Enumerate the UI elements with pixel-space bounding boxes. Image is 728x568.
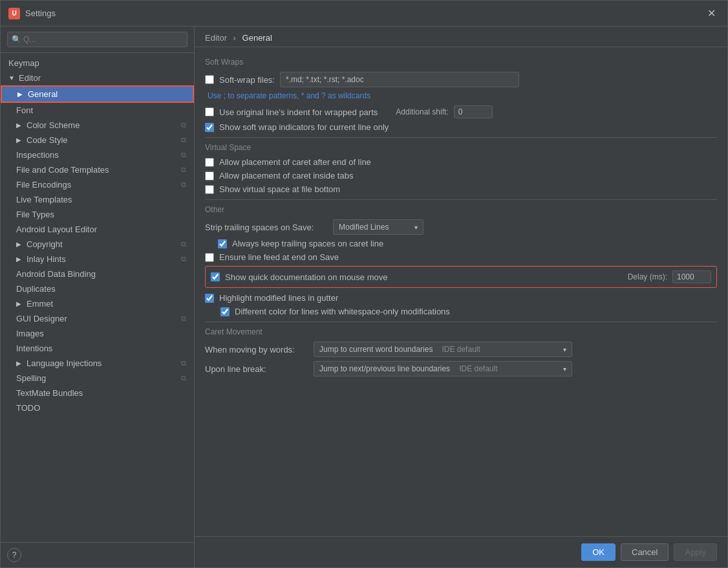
show-virtual-space-checkbox[interactable]: [205, 185, 214, 194]
sidebar-item-file-types[interactable]: File Types: [1, 207, 194, 222]
sidebar-item-spelling[interactable]: Spelling ⧉: [1, 371, 194, 386]
sidebar-item-label: Copyright: [27, 239, 63, 249]
sidebar-item-label: File Encodings: [16, 180, 71, 190]
copy-icon: ⧉: [181, 166, 186, 174]
app-icon: U: [8, 8, 20, 19]
breadcrumb-parent: Editor: [205, 33, 227, 43]
expand-icon: ▶: [16, 300, 24, 307]
sidebar-item-copyright[interactable]: ▶ Copyright ⧉: [1, 237, 194, 252]
soft-wrap-files-label: Soft-wrap files:: [219, 75, 275, 85]
panel-content: Soft Wraps Soft-wrap files: Use ; to sep…: [195, 47, 727, 536]
sidebar-item-label: Font: [16, 105, 33, 115]
soft-wrap-files-row: Soft-wrap files:: [205, 72, 717, 87]
show-soft-wrap-checkbox[interactable]: [205, 123, 214, 132]
sidebar-item-label: File Types: [16, 210, 54, 219]
sidebar-list: Keymap ▼ Editor ▶ General Font ▶ Color S…: [1, 53, 194, 542]
sidebar-item-label: GUI Designer: [16, 314, 67, 323]
highlight-modified-checkbox[interactable]: [205, 294, 214, 303]
divider-2: [205, 199, 717, 200]
show-virtual-space-row: Show virtual space at file bottom: [205, 184, 717, 194]
sidebar-item-duplicates[interactable]: Duplicates: [1, 281, 194, 296]
main-content: 🔍 Keymap ▼ Editor ▶ General Font: [1, 27, 727, 567]
use-original-indent-row: Use original line's indent for wrapped p…: [205, 105, 717, 118]
sidebar-item-code-style[interactable]: ▶ Code Style ⧉: [1, 133, 194, 147]
divider-3: [205, 322, 717, 322]
soft-wrap-files-checkbox[interactable]: [205, 75, 214, 84]
allow-caret-inside-checkbox[interactable]: [205, 171, 214, 180]
ok-button[interactable]: OK: [581, 543, 616, 561]
sidebar-item-label: Live Templates: [16, 195, 72, 204]
upon-line-break-dropdown[interactable]: Jump to next/previous line boundaries ID…: [314, 361, 572, 377]
sidebar-item-gui-designer[interactable]: GUI Designer ⧉: [1, 311, 194, 326]
sidebar-item-label: Duplicates: [16, 284, 56, 294]
allow-caret-after-row: Allow placement of caret after end of li…: [205, 157, 717, 167]
sidebar-item-general[interactable]: ▶ General: [1, 85, 194, 103]
sidebar-item-keymap[interactable]: Keymap: [1, 56, 194, 71]
allow-caret-after-checkbox[interactable]: [205, 158, 214, 167]
soft-wraps-section: Soft Wraps: [205, 58, 717, 67]
soft-wrap-files-input[interactable]: [280, 72, 519, 87]
copy-icon: ⧉: [181, 255, 186, 263]
breadcrumb-separator: ›: [233, 33, 236, 43]
sidebar-item-file-and-code-templates[interactable]: File and Code Templates ⧉: [1, 162, 194, 177]
show-virtual-space-label: Show virtual space at file bottom: [219, 184, 340, 194]
upon-line-break-ide-default: IDE default: [459, 364, 497, 373]
sidebar-item-images[interactable]: Images: [1, 326, 194, 341]
show-soft-wrap-row: Show soft wrap indicators for current li…: [205, 122, 717, 132]
sidebar-item-inspections[interactable]: Inspections ⧉: [1, 147, 194, 162]
sidebar-item-live-templates[interactable]: Live Templates: [1, 192, 194, 207]
expand-icon: ▶: [16, 122, 24, 129]
show-quick-doc-checkbox[interactable]: [211, 272, 220, 281]
delay-input[interactable]: [672, 270, 711, 283]
chevron-down-icon: ▾: [414, 224, 418, 231]
sidebar-item-label: TODO: [16, 403, 40, 413]
sidebar-item-android-layout-editor[interactable]: Android Layout Editor: [1, 222, 194, 237]
copy-icon: ⧉: [181, 180, 186, 189]
sidebar-item-language-injections[interactable]: ▶ Language Injections ⧉: [1, 356, 194, 371]
sidebar-item-intentions[interactable]: Intentions: [1, 341, 194, 356]
expand-icon: ▶: [16, 256, 24, 263]
strip-trailing-value: Modified Lines: [339, 223, 389, 232]
sidebar-item-color-scheme[interactable]: ▶ Color Scheme ⧉: [1, 118, 194, 133]
sidebar-item-file-encodings[interactable]: File Encodings ⧉: [1, 177, 194, 192]
apply-button[interactable]: Apply: [674, 543, 717, 561]
strip-trailing-dropdown[interactable]: Modified Lines ▾: [333, 219, 423, 235]
ensure-line-feed-checkbox[interactable]: [205, 253, 214, 262]
when-moving-by-words-label: When moving by words:: [205, 345, 308, 355]
sidebar-item-editor[interactable]: ▼ Editor: [1, 71, 194, 85]
strip-trailing-row: Strip trailing spaces on Save: Modified …: [205, 219, 717, 235]
sidebar-item-todo[interactable]: TODO: [1, 400, 194, 415]
sidebar-item-android-data-binding[interactable]: Android Data Binding: [1, 267, 194, 281]
sidebar-item-label: Language Injections: [27, 358, 102, 368]
additional-shift-label: Additional shift:: [396, 107, 448, 116]
search-input[interactable]: [7, 32, 187, 47]
expand-icon: ▼: [8, 74, 16, 82]
help-button[interactable]: ?: [7, 548, 21, 562]
sidebar-item-label: Inspections: [16, 150, 59, 160]
other-section: Other: [205, 205, 717, 214]
sidebar-item-inlay-hints[interactable]: ▶ Inlay Hints ⧉: [1, 252, 194, 267]
sidebar-item-label: Images: [16, 329, 44, 338]
divider-1: [205, 137, 717, 138]
copy-icon: ⧉: [181, 240, 186, 248]
cancel-button[interactable]: Cancel: [621, 543, 669, 561]
when-moving-by-words-dropdown[interactable]: Jump to current word boundaries IDE defa…: [314, 342, 572, 357]
sidebar-item-emmet[interactable]: ▶ Emmet: [1, 296, 194, 311]
copy-icon: ⧉: [181, 359, 186, 367]
copy-icon: ⧉: [181, 121, 186, 129]
different-color-row: Different color for lines with whitespac…: [205, 307, 717, 316]
highlight-modified-row: Highlight modified lines in gutter: [205, 293, 717, 303]
sidebar-item-font[interactable]: Font: [1, 103, 194, 118]
additional-shift-input[interactable]: [454, 105, 493, 118]
expand-icon: ▶: [16, 137, 24, 144]
show-quick-doc-label: Show quick documentation on mouse move: [225, 272, 387, 282]
chevron-down-icon: ▾: [563, 346, 566, 353]
close-button[interactable]: ✕: [703, 6, 720, 21]
use-original-indent-checkbox[interactable]: [205, 107, 214, 116]
always-keep-trailing-checkbox[interactable]: [218, 239, 227, 248]
delay-label: Delay (ms):: [628, 272, 667, 281]
breadcrumb: Editor › General: [195, 27, 727, 47]
sidebar-item-label: General: [28, 89, 58, 99]
sidebar-item-textmate-bundles[interactable]: TextMate Bundles: [1, 386, 194, 400]
different-color-checkbox[interactable]: [220, 307, 230, 316]
